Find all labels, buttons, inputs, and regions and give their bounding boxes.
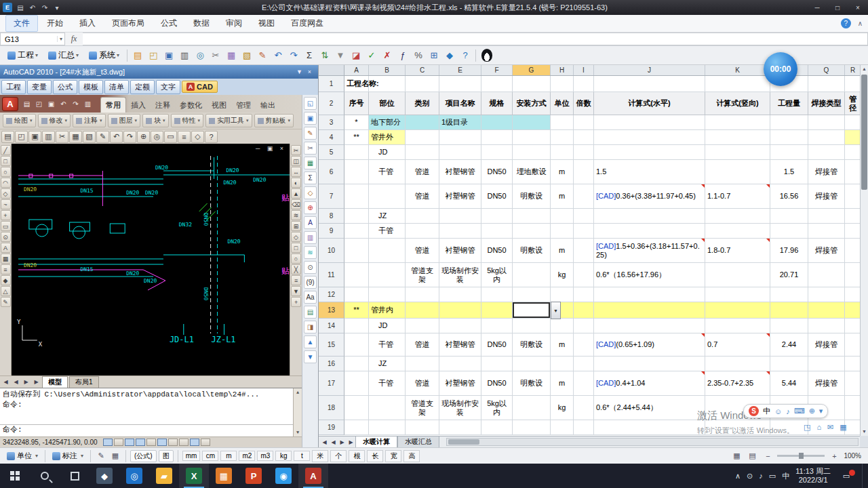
cell-G11[interactable] [513, 263, 551, 287]
cell-H1[interactable] [551, 76, 574, 92]
cell-C1[interactable] [406, 76, 439, 92]
titlebar-icon[interactable]: ↷ [39, 4, 50, 12]
modify-tool-icon[interactable]: ◐ [291, 178, 301, 188]
strip-tool-icon[interactable]: ▣ [304, 112, 317, 125]
cad-panel-tab[interactable]: 清单 [104, 80, 129, 94]
toolbar-menu-button[interactable]: 系统▾ [84, 47, 124, 63]
toolbar-menu-button[interactable]: 工程▾ [3, 47, 43, 63]
row-header[interactable]: 13 [319, 302, 344, 319]
acad-quick-icon[interactable]: ↶ [58, 98, 69, 110]
acad-toolbar-icon[interactable]: ◎ [151, 131, 163, 143]
taskbar-app-button[interactable]: X [179, 464, 209, 488]
cad-tab-active[interactable]: ACAD [182, 81, 218, 93]
cell-Q7[interactable]: 焊接管 [808, 184, 845, 209]
show-desktop-button[interactable] [862, 464, 865, 488]
taskbar-app-button[interactable]: A [298, 464, 328, 488]
cell-R13[interactable] [845, 302, 860, 319]
scrollbar-thumb[interactable] [861, 75, 867, 190]
new-icon[interactable]: ▤ [130, 48, 145, 63]
strip-tool-icon[interactable]: ◨ [304, 321, 317, 333]
ime-tool-icon[interactable]: ⌨ [794, 407, 805, 415]
cell-E18[interactable]: 现场制作安装 [439, 396, 481, 420]
taskbar-app-button[interactable]: ◆ [90, 464, 119, 488]
status-toggle-button[interactable] [201, 439, 210, 446]
strip-tool-icon[interactable]: ◇ [304, 186, 317, 199]
cell-G3[interactable] [513, 115, 551, 130]
column-header[interactable]: H [551, 65, 574, 75]
acad-quick-icon[interactable]: ▤ [21, 98, 33, 110]
cell-R8[interactable] [845, 209, 860, 224]
acad-panel-button[interactable]: 块▾ [142, 114, 169, 127]
status-toggle-button[interactable] [146, 439, 156, 446]
titlebar-icon[interactable]: ▤ [15, 4, 26, 12]
cell-K6[interactable] [705, 160, 770, 184]
cell-C5[interactable] [406, 145, 439, 160]
cell-B7[interactable] [369, 184, 406, 209]
cell-J16[interactable] [594, 357, 705, 371]
cell-Q4[interactable] [808, 130, 845, 145]
acad-panel-button[interactable]: 特性▾ [171, 114, 204, 127]
draw-tool-icon[interactable]: ╱ [1, 145, 11, 155]
status-toggle-button[interactable] [157, 439, 167, 446]
strip-tool-icon[interactable]: ▲ [304, 336, 317, 348]
cell-J8[interactable] [594, 209, 705, 224]
row-header[interactable]: 6 [319, 160, 344, 184]
layout-nav-icon[interactable]: ◀ [1, 379, 10, 385]
filter-icon[interactable]: ▼ [333, 48, 348, 63]
draw-tool-icon[interactable]: ◆ [1, 275, 11, 285]
cell-G4[interactable] [513, 130, 551, 145]
status-toggle-button[interactable] [114, 439, 123, 446]
cell-C16[interactable] [406, 357, 439, 371]
cell-H7[interactable]: m [551, 184, 574, 209]
print-icon[interactable]: ▥ [177, 48, 192, 63]
scroll-down-icon[interactable]: ▼ [296, 430, 299, 435]
cell-H15[interactable]: m [551, 333, 574, 357]
sort-icon[interactable]: ⇅ [317, 48, 332, 63]
table-icon[interactable]: ⊞ [427, 48, 441, 63]
acad-toolbar-icon[interactable]: ▧ [83, 131, 96, 143]
menu-tab[interactable]: 公式 [153, 16, 184, 31]
draw-tool-icon[interactable]: ▭ [1, 221, 11, 231]
cell-R3[interactable] [845, 115, 860, 130]
acad-panel-button[interactable]: 实用工具▾ [205, 114, 252, 127]
cell-J15[interactable]: [CAD](0.65+1.09) [594, 333, 705, 357]
modify-tool-icon[interactable]: ○ [291, 253, 301, 264]
cell-H16[interactable] [551, 357, 574, 371]
menu-tab[interactable]: 百度网盘 [283, 16, 331, 31]
unit-button[interactable]: kg [275, 451, 292, 461]
name-box[interactable]: G13 ▾ [0, 33, 65, 45]
strip-tool-icon[interactable]: ▼ [304, 350, 317, 363]
toolbar-menu-button[interactable]: 汇总▾ [43, 47, 83, 63]
cell-A10[interactable] [344, 239, 369, 263]
cell-F12[interactable] [481, 287, 513, 302]
sheet-nav-icon[interactable]: ▶ [338, 439, 347, 445]
cell-B11[interactable] [369, 263, 406, 287]
cell-Q10[interactable]: 焊接管 [808, 239, 845, 263]
cell-I18[interactable] [574, 396, 594, 420]
unit-bar-button[interactable]: (公式) [130, 450, 157, 462]
float-tray-icon[interactable]: ⌂ [816, 423, 821, 432]
draw-tool-icon[interactable]: □ [1, 156, 11, 166]
menu-tab[interactable]: 开始 [39, 16, 71, 31]
unit-button[interactable]: 高 [403, 450, 420, 462]
cell-H18[interactable]: kg [551, 396, 574, 420]
scrollbar-thumb[interactable] [448, 439, 479, 445]
scroll-down-icon[interactable]: ▼ [861, 428, 868, 436]
cell-B4[interactable]: 管井外 [369, 130, 406, 145]
cell-I11[interactable] [574, 263, 594, 287]
cell-A1[interactable]: 工程名称: [344, 76, 369, 92]
acad-toolbar-icon[interactable]: ▥ [42, 131, 55, 143]
cell-P3[interactable] [770, 115, 808, 130]
strip-tool-icon[interactable]: Σ [304, 171, 317, 184]
cell-I7[interactable] [574, 184, 594, 209]
cell-K13[interactable] [705, 302, 770, 319]
percent-icon[interactable]: % [411, 48, 426, 63]
cell-P15[interactable]: 2.44 [770, 333, 808, 357]
layout-nav-icon[interactable]: ▶ [32, 379, 41, 385]
cell-E16[interactable] [439, 357, 481, 371]
cell-K12[interactable] [705, 287, 770, 302]
cut-icon[interactable]: ✂ [208, 48, 223, 63]
acad-ribbon-tab[interactable]: 插入 [126, 98, 151, 113]
modify-tool-icon[interactable]: ▲ [291, 188, 301, 199]
column-header[interactable]: I [574, 65, 594, 75]
